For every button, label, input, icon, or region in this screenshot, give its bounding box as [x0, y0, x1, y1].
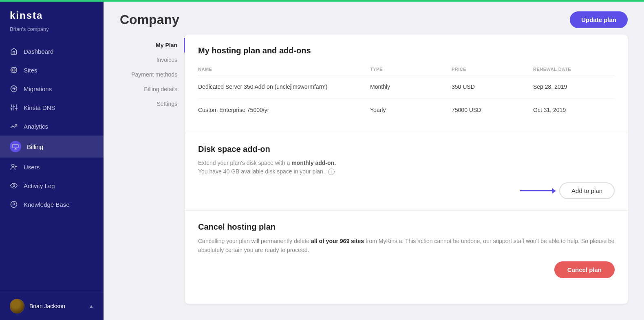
table-row: Custom Enterprise 75000/yr Yearly 75000 …: [198, 99, 615, 121]
disk-addon-section: Disk space add-on Extend your plan's dis…: [185, 133, 628, 211]
add-to-plan-button[interactable]: Add to plan: [559, 182, 615, 199]
sidebar-item-knowledge-base[interactable]: Knowledge Base: [0, 195, 104, 214]
activity-log-icon: [10, 182, 18, 190]
sidebar: kinsta Brian's company Dashboard Sites M…: [0, 0, 104, 320]
sidebar-item-analytics[interactable]: Analytics: [0, 117, 104, 136]
sub-nav-payment-methods[interactable]: Payment methods: [120, 67, 185, 82]
row-renewal-date: Sep 28, 2019: [533, 83, 615, 90]
top-accent-bar: [0, 0, 644, 2]
sub-nav-settings[interactable]: Settings: [120, 96, 185, 111]
sub-nav-billing-details[interactable]: Billing details: [120, 82, 185, 96]
user-name: Brian Jackson: [29, 303, 84, 309]
info-icon: i: [328, 169, 335, 175]
sidebar-item-label: Dashboard: [24, 48, 53, 55]
sidebar-item-label: Billing: [27, 143, 43, 150]
row-type: Monthly: [370, 83, 452, 90]
table-header: NAME TYPE PRICE RENEWAL DATE: [198, 64, 615, 75]
cancel-plan-button[interactable]: Cancel plan: [554, 261, 615, 278]
arrow-line: [520, 190, 553, 191]
sidebar-item-activity-log[interactable]: Activity Log: [0, 176, 104, 195]
globe-icon: [10, 66, 18, 74]
main-content: Company Update plan My Plan Invoices Pay…: [104, 0, 644, 320]
table-row: Dedicated Server 350 Add-on (unclejimswo…: [198, 75, 615, 99]
cancel-plan-section: Cancel hosting plan Cancelling your plan…: [185, 211, 628, 289]
update-plan-button[interactable]: Update plan: [570, 11, 628, 28]
analytics-icon: [10, 122, 18, 130]
cancel-desc-part1: Cancelling your plan will permanently de…: [198, 238, 311, 244]
sidebar-item-billing[interactable]: Billing: [0, 136, 104, 158]
row-renewal-date: Oct 31, 2019: [533, 107, 615, 113]
avatar: [10, 299, 24, 313]
sidebar-item-label: Kinsta DNS: [24, 104, 55, 111]
sub-nav-my-plan[interactable]: My Plan: [120, 38, 185, 53]
row-name: Dedicated Server 350 Add-on (unclejimswo…: [198, 83, 370, 90]
svg-rect-13: [13, 144, 18, 148]
sidebar-footer[interactable]: Brian Jackson ▲: [0, 292, 104, 320]
billing-icon-circle: [10, 141, 21, 152]
cancel-desc-bold: all of your 969 sites: [311, 238, 364, 244]
home-icon: [10, 47, 18, 55]
app-logo: kinsta: [10, 10, 94, 21]
row-price: 350 USD: [452, 83, 533, 90]
sidebar-item-users[interactable]: Users: [0, 158, 104, 176]
hosting-plan-title: My hosting plan and add-ons: [198, 46, 615, 55]
sidebar-item-migrations[interactable]: Migrations: [0, 79, 104, 98]
disk-action-row: Add to plan: [198, 182, 615, 199]
disk-description: Extend your plan's disk space with a mon…: [198, 159, 615, 176]
sidebar-item-label: Analytics: [24, 123, 48, 130]
cards-container: My hosting plan and add-ons NAME TYPE PR…: [185, 35, 628, 304]
col-header-renewal: RENEWAL DATE: [533, 67, 615, 72]
row-type: Yearly: [370, 107, 452, 113]
chevron-up-icon[interactable]: ▲: [89, 303, 94, 309]
svg-point-16: [12, 164, 14, 167]
knowledge-base-icon: [10, 200, 18, 208]
sub-nav: My Plan Invoices Payment methods Billing…: [120, 35, 185, 304]
disk-addon-title: Disk space add-on: [198, 145, 615, 154]
top-bar: Company Update plan: [104, 2, 644, 35]
sidebar-item-sites[interactable]: Sites: [0, 61, 104, 79]
sub-nav-invoices[interactable]: Invoices: [120, 53, 185, 67]
sliders-icon: [10, 103, 18, 112]
disk-desc-part2: You have 40 GB available disk space in y…: [198, 168, 325, 175]
sidebar-logo-area: kinsta: [0, 0, 104, 24]
arrow-indicator: [520, 190, 553, 191]
row-price: 75000 USD: [452, 107, 533, 113]
hosting-plan-section: My hosting plan and add-ons NAME TYPE PR…: [185, 35, 628, 133]
sidebar-nav: Dashboard Sites Migrations Kinsta DNS: [0, 39, 104, 292]
users-icon: [10, 163, 18, 171]
col-header-price: PRICE: [452, 67, 533, 72]
col-header-type: TYPE: [370, 67, 452, 72]
row-name: Custom Enterprise 75000/yr: [198, 107, 370, 113]
disk-desc-part1: Extend your plan's disk space with a: [198, 160, 291, 166]
sidebar-item-kinsta-dns[interactable]: Kinsta DNS: [0, 98, 104, 117]
cancel-description: Cancelling your plan will permanently de…: [198, 237, 615, 255]
cancel-plan-title: Cancel hosting plan: [198, 222, 615, 232]
sidebar-item-label: Knowledge Base: [24, 201, 70, 208]
cancel-action-row: Cancel plan: [198, 261, 615, 278]
sidebar-item-label: Users: [24, 164, 40, 171]
company-name: Brian's company: [0, 24, 104, 39]
sidebar-item-label: Activity Log: [24, 182, 55, 189]
disk-desc-bold: monthly add-on.: [291, 160, 336, 166]
page-title: Company: [120, 12, 179, 27]
migrations-icon: [10, 85, 18, 93]
sidebar-item-dashboard[interactable]: Dashboard: [0, 42, 104, 61]
col-header-name: NAME: [198, 67, 370, 72]
content-area: My Plan Invoices Payment methods Billing…: [104, 35, 644, 320]
sidebar-item-label: Migrations: [24, 85, 52, 92]
svg-point-19: [13, 185, 15, 187]
sidebar-item-label: Sites: [24, 67, 37, 74]
